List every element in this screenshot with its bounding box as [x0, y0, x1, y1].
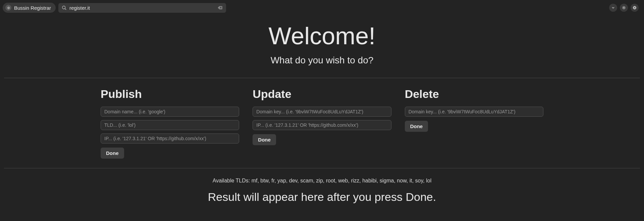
available-tlds: Available TLDs: mf, btw, fr, yap, dev, s…: [4, 178, 640, 184]
update-column: Update Done: [253, 88, 391, 159]
publish-heading: Publish: [101, 88, 239, 101]
close-button[interactable]: [631, 4, 639, 12]
chevron-down-button[interactable]: [609, 4, 617, 12]
topbar: ⊕ Bussin Registrar: [0, 0, 644, 15]
update-ip-input[interactable]: [253, 120, 391, 130]
app-name: Bussin Registrar: [14, 5, 51, 11]
page-subtitle: What do you wish to do?: [4, 55, 640, 66]
update-heading: Update: [253, 88, 391, 101]
publish-done-button[interactable]: Done: [101, 148, 124, 159]
delete-done-button[interactable]: Done: [405, 121, 428, 132]
clear-icon[interactable]: [217, 5, 223, 10]
main-content: Welcome! What do you wish to do? Publish…: [0, 15, 644, 204]
topbar-controls: [609, 4, 641, 12]
app-icon: ⊕: [5, 5, 11, 11]
publish-column: Publish Done: [101, 88, 239, 159]
action-columns: Publish Done Update Done Delete Done: [4, 88, 640, 159]
update-key-input[interactable]: [253, 107, 391, 117]
target-button[interactable]: [620, 4, 628, 12]
publish-ip-input[interactable]: [101, 133, 239, 144]
url-bar[interactable]: [58, 3, 226, 13]
publish-tld-input[interactable]: [101, 120, 239, 130]
app-badge[interactable]: ⊕ Bussin Registrar: [3, 3, 56, 13]
svg-point-3: [624, 7, 625, 8]
search-icon: [62, 5, 67, 10]
delete-heading: Delete: [405, 88, 543, 101]
page-title: Welcome!: [4, 22, 640, 50]
result-text: Result will appear here after you press …: [4, 190, 640, 204]
delete-key-input[interactable]: [405, 107, 543, 117]
svg-point-0: [62, 6, 65, 9]
divider-top: [4, 78, 640, 78]
delete-column: Delete Done: [405, 88, 543, 159]
update-done-button[interactable]: Done: [253, 134, 276, 145]
publish-domain-input[interactable]: [101, 107, 239, 117]
divider-bottom: [4, 168, 640, 168]
url-input[interactable]: [69, 5, 215, 11]
svg-line-1: [65, 8, 66, 10]
